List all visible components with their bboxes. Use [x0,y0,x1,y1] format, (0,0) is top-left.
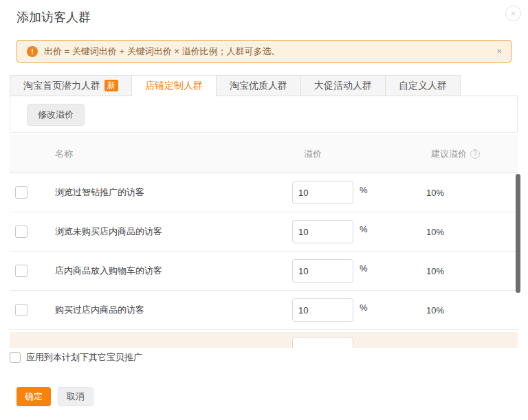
percent-sign: % [360,302,368,313]
apply-checkbox[interactable] [10,352,21,363]
confirm-button[interactable]: 确定 [16,387,51,406]
percent-sign: % [360,224,368,234]
row-checkbox[interactable] [15,265,28,277]
table-row: 浏览过智钻推广的访客 % 10% [10,173,518,212]
audience-name: 浏览过智钻推广的访客 [55,173,144,212]
audience-name: 店内商品放入购物车的访客 [55,252,162,290]
tab-label: 大促活动人群 [314,80,372,92]
help-icon[interactable]: ? [470,149,480,159]
notice-banner: ! 出价 = 关键词出价 + 关键词出价 × 溢价比例；人群可多选。 × [16,40,512,63]
page-title: 添加访客人群 [16,9,91,25]
column-header-name: 名称 [55,135,73,173]
suggested-premium-value: 10% [426,252,444,290]
new-badge: 新 [104,80,118,91]
premium-input[interactable] [292,181,353,204]
tab-label: 自定义人群 [399,80,447,92]
tab-shop-custom-audience[interactable]: 店铺定制人群 [131,75,217,96]
row-checkbox[interactable] [15,225,28,238]
premium-input[interactable] [292,298,353,322]
column-header-suggested-label: 建议溢价 [431,148,467,160]
column-header-premium: 溢价 [304,135,322,173]
percent-sign: % [360,263,368,274]
table-row-partially-scrolled [10,332,518,348]
apply-to-other-items-row: 应用到本计划下其它宝贝推广 [10,351,142,364]
audience-name: 购买过店内商品的访客 [55,291,144,329]
tab-promotion-event-audience[interactable]: 大促活动人群 [300,75,386,96]
table-row: 浏览未购买店内商品的访客 % 10% [10,212,518,252]
scrollbar-thumb[interactable] [516,174,520,293]
modify-premium-button[interactable]: 修改溢价 [27,104,85,126]
apply-checkbox-label: 应用到本计划下其它宝贝推广 [26,351,142,364]
percent-sign: % [360,185,368,195]
close-icon[interactable]: × [505,5,521,21]
suggested-premium-value: 10% [426,173,444,212]
table-header: 名称 溢价 建议溢价 ? [10,135,518,173]
row-checkbox[interactable] [15,304,28,316]
column-header-suggested: 建议溢价 ? [431,135,480,173]
notice-close-icon[interactable]: × [496,46,502,57]
suggested-premium-value: 10% [426,291,444,329]
tab-label: 淘宝优质人群 [230,80,287,92]
tab-taobao-homepage-potential[interactable]: 淘宝首页潜力人群 新 [10,75,132,96]
premium-input[interactable] [292,259,353,283]
row-checkbox[interactable] [15,186,28,199]
cancel-button[interactable]: 取消 [58,387,94,406]
table-row: 店内商品放入购物车的访客 % 10% [10,252,518,291]
notice-text: 出价 = 关键词出价 + 关键词出价 × 溢价比例；人群可多选。 [44,45,280,58]
tab-content-panel: 修改溢价 [10,96,518,133]
table-row: 购买过店内商品的访客 % 10% [10,291,518,330]
suggested-premium-value: 10% [426,212,444,251]
tab-label: 店铺定制人群 [145,80,203,92]
premium-input[interactable] [292,337,353,348]
tab-custom-audience[interactable]: 自定义人群 [385,75,461,96]
alert-icon: ! [27,46,38,57]
tab-label: 淘宝首页潜力人群 [23,80,100,92]
audience-table-body: 浏览过智钻推广的访客 % 10% 浏览未购买店内商品的访客 % 10% 店内商品… [10,173,518,348]
audience-name: 浏览未购买店内商品的访客 [55,212,162,251]
tab-bar: 淘宝首页潜力人群 新 店铺定制人群 淘宝优质人群 大促活动人群 自定义人群 [10,76,518,96]
premium-input[interactable] [292,220,353,243]
tab-taobao-quality-audience[interactable]: 淘宝优质人群 [216,75,301,96]
